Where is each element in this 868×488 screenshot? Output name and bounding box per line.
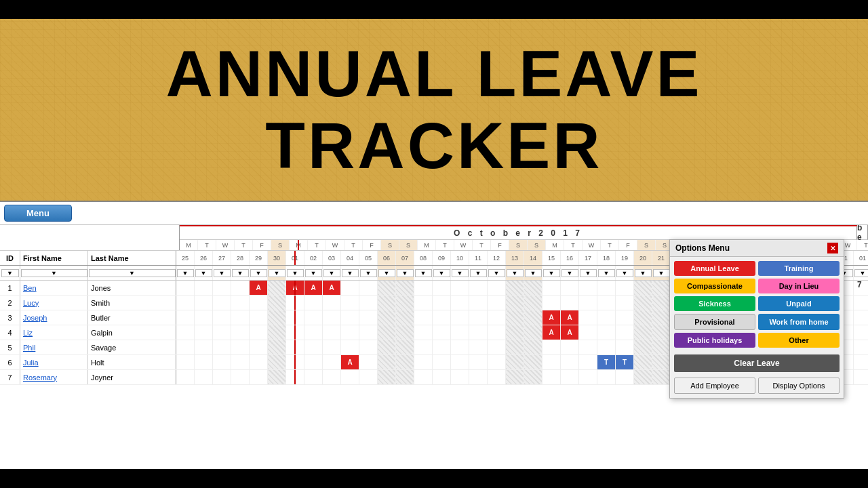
emp-day-cell[interactable] [195, 281, 213, 295]
emp-day-cell[interactable] [195, 325, 213, 340]
emp-day-cell[interactable] [579, 310, 597, 325]
filter-day-dropdown[interactable]: ▼ [269, 269, 285, 277]
emp-day-cell[interactable] [396, 325, 414, 340]
emp-day-cell[interactable] [250, 370, 268, 384]
filter-first[interactable]: ▼ [20, 266, 88, 280]
emp-day-cell[interactable] [341, 340, 359, 354]
emp-day-cell[interactable] [854, 325, 868, 340]
emp-day-cell[interactable] [597, 340, 616, 354]
emp-day-cell[interactable] [304, 310, 323, 325]
emp-day-cell[interactable] [451, 325, 469, 340]
emp-day-cell[interactable]: A [542, 325, 561, 340]
emp-day-cell[interactable] [231, 340, 250, 354]
emp-day-cell[interactable] [341, 281, 359, 295]
emp-day-cell[interactable] [378, 370, 396, 384]
emp-day-cell[interactable] [433, 370, 451, 384]
emp-day-cell[interactable] [524, 281, 542, 295]
emp-day-cell[interactable] [195, 370, 213, 384]
emp-day-cell[interactable] [488, 340, 506, 354]
emp-day-cell[interactable] [359, 310, 378, 325]
emp-day-cell[interactable] [488, 281, 506, 295]
emp-day-cell[interactable] [341, 325, 359, 340]
emp-first-name[interactable]: Ben [20, 281, 88, 295]
emp-day-cell[interactable] [579, 296, 597, 310]
emp-day-cell[interactable] [451, 355, 469, 369]
opt-training[interactable]: Training [758, 261, 840, 276]
emp-day-cell[interactable] [616, 281, 634, 295]
emp-day-cell[interactable] [341, 310, 359, 325]
emp-day-cell[interactable] [396, 355, 414, 369]
emp-first-name[interactable]: Rosemary [20, 370, 88, 384]
emp-day-cell[interactable] [616, 296, 634, 310]
emp-day-cell[interactable] [506, 310, 524, 325]
emp-day-cell[interactable] [634, 310, 652, 325]
emp-day-cell[interactable] [616, 325, 634, 340]
emp-day-cell[interactable]: A [250, 281, 268, 295]
emp-day-cell[interactable] [396, 281, 414, 295]
emp-day-cell[interactable] [341, 296, 359, 310]
emp-day-cell[interactable] [378, 340, 396, 354]
emp-day-cell[interactable] [414, 325, 433, 340]
emp-day-cell[interactable]: T [597, 355, 616, 369]
emp-day-cell[interactable] [506, 370, 524, 384]
filter-last-dropdown[interactable]: ▼ [89, 269, 176, 277]
emp-day-cell[interactable] [652, 310, 671, 325]
emp-first-name[interactable]: Phil [20, 340, 88, 354]
display-options-button[interactable]: Display Options [758, 378, 840, 394]
emp-day-cell[interactable] [176, 355, 195, 369]
filter-day-dropdown[interactable]: ▼ [507, 269, 524, 277]
emp-day-cell[interactable] [854, 340, 868, 354]
emp-day-cell[interactable] [579, 325, 597, 340]
emp-day-cell[interactable] [579, 281, 597, 295]
emp-day-cell[interactable] [213, 281, 231, 295]
emp-day-cell[interactable] [506, 340, 524, 354]
emp-day-cell[interactable] [524, 296, 542, 310]
opt-public-holidays[interactable]: Public holidays [674, 333, 755, 348]
emp-day-cell[interactable] [250, 340, 268, 354]
emp-day-cell[interactable] [433, 325, 451, 340]
filter-day-dropdown[interactable]: ▼ [323, 269, 340, 277]
filter-day-dropdown[interactable]: ▼ [232, 269, 249, 277]
emp-day-cell[interactable] [414, 310, 433, 325]
menu-button[interactable]: Menu [4, 205, 72, 222]
emp-day-cell[interactable] [616, 340, 634, 354]
emp-day-cell[interactable] [268, 355, 286, 369]
opt-work-from-home[interactable]: Work from home [758, 314, 840, 330]
emp-day-cell[interactable] [469, 325, 488, 340]
emp-day-cell[interactable]: A [561, 310, 579, 325]
filter-day-dropdown[interactable]: ▼ [653, 269, 670, 277]
emp-day-cell[interactable] [451, 340, 469, 354]
emp-day-cell[interactable] [378, 296, 396, 310]
emp-day-cell[interactable] [231, 370, 250, 384]
emp-day-cell[interactable] [506, 296, 524, 310]
emp-day-cell[interactable]: A [323, 281, 341, 295]
filter-day-dropdown[interactable]: ▼ [543, 269, 560, 277]
emp-day-cell[interactable] [616, 370, 634, 384]
add-employee-button[interactable]: Add Employee [674, 378, 755, 394]
emp-day-cell[interactable] [359, 355, 378, 369]
emp-day-cell[interactable] [469, 281, 488, 295]
filter-day-dropdown[interactable]: ▼ [635, 269, 652, 277]
emp-day-cell[interactable] [433, 296, 451, 310]
filter-day-dropdown[interactable]: ▼ [470, 269, 487, 277]
filter-day-dropdown[interactable]: ▼ [561, 269, 578, 277]
emp-day-cell[interactable] [414, 355, 433, 369]
emp-day-cell[interactable] [579, 340, 597, 354]
emp-day-cell[interactable] [561, 340, 579, 354]
emp-day-cell[interactable] [304, 370, 323, 384]
filter-last[interactable]: ▼ [88, 266, 176, 280]
filter-day-dropdown[interactable]: ▼ [287, 269, 304, 277]
emp-day-cell[interactable] [597, 325, 616, 340]
emp-day-cell[interactable] [231, 296, 250, 310]
emp-day-cell[interactable] [469, 296, 488, 310]
emp-day-cell[interactable] [469, 355, 488, 369]
filter-day-dropdown[interactable]: ▼ [177, 269, 194, 277]
emp-day-cell[interactable] [231, 325, 250, 340]
emp-day-cell[interactable] [451, 370, 469, 384]
emp-day-cell[interactable] [396, 310, 414, 325]
filter-day-dropdown[interactable]: ▼ [397, 269, 414, 277]
emp-first-name[interactable]: Liz [20, 325, 88, 340]
emp-day-cell[interactable] [488, 355, 506, 369]
filter-day-dropdown[interactable]: ▼ [598, 269, 615, 277]
emp-day-cell[interactable] [854, 281, 868, 295]
